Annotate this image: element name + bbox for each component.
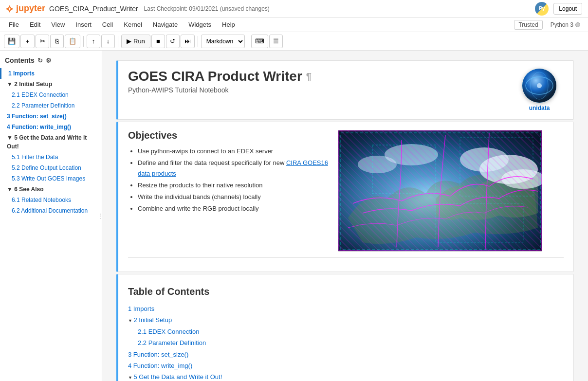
menu-help[interactable]: Help: [217, 19, 240, 30]
cell-type-select[interactable]: Markdown Code Raw: [201, 35, 245, 48]
run-button[interactable]: ▶ Run: [121, 35, 150, 48]
svg-point-5: [479, 155, 538, 184]
svg-point-7: [501, 169, 542, 189]
toc-link-2[interactable]: 2 Initial Setup: [133, 316, 172, 324]
sidebar-item-related-notebooks[interactable]: 6.1 Related Notebooks: [0, 195, 102, 205]
toolbar: 💾 ＋ ✂ ⎘ 📋 ↑ ↓ ▶ Run ■ ↺ ⏭ Markdown Code …: [0, 32, 588, 51]
topbar-left: ⟡ jupyter GOES_CIRA_Product_Writer Last …: [6, 2, 270, 15]
menu-kernel[interactable]: Kernel: [119, 19, 147, 30]
toc-item-5: 5 Get the Data and Write it Out!: [128, 371, 564, 381]
notebook-title[interactable]: GOES_CIRA_Product_Writer: [49, 5, 138, 13]
paste-cell-button[interactable]: 📋: [65, 35, 80, 48]
sidebar-item-edex-connection[interactable]: 2.1 EDEX Connection: [0, 90, 102, 100]
objective-1: Use python-awips to connect to an EDEX s…: [138, 146, 328, 157]
header-content: GOES CIRA Product Writer ¶ Python-AWIPS …: [128, 69, 312, 102]
svg-point-8: [385, 144, 438, 165]
satellite-svg: [338, 130, 542, 252]
sidebar-title-text: Contents: [5, 56, 35, 64]
menubar-right: Trusted Python 3: [514, 20, 584, 30]
sidebar-item-write-img[interactable]: 4 Function: write_img(): [0, 122, 102, 132]
kernel-info: Python 3: [547, 20, 584, 29]
objective-3: Resize the products to their native reso…: [138, 180, 328, 191]
menu-widgets[interactable]: Widgets: [184, 19, 216, 30]
add-cell-button[interactable]: ＋: [20, 35, 35, 48]
save-button[interactable]: 💾: [4, 35, 19, 48]
toc-link-2-1[interactable]: 2.1 EDEX Connection: [138, 328, 199, 335]
toc-toggle-2[interactable]: [128, 316, 133, 324]
objectives-list: Use python-awips to connect to an EDEX s…: [128, 146, 328, 215]
unidata-logo-svg: [522, 69, 556, 103]
trusted-badge: Trusted: [514, 20, 542, 30]
svg-point-9: [358, 156, 397, 173]
toc-link-1[interactable]: 1 Imports: [128, 305, 154, 312]
objective-5: Combine and write the RGB product locall…: [138, 203, 328, 214]
header-row: GOES CIRA Product Writer ¶ Python-AWIPS …: [128, 69, 564, 111]
jupyter-logo: ⟡ jupyter: [6, 2, 45, 15]
menubar: File Edit View Insert Cell Kernel Naviga…: [0, 18, 588, 32]
main-area: Contents ↻ ⚙ 1 Imports ▼ 2 Initial Setup…: [0, 51, 588, 381]
cut-cell-button[interactable]: ✂: [36, 35, 49, 48]
sidebar-item-initial-setup[interactable]: ▼ 2 Initial Setup: [0, 79, 102, 90]
sidebar-refresh-icon[interactable]: ↻: [37, 57, 43, 64]
sidebar-item-parameter-definition[interactable]: 2.2 Parameter Definition: [0, 100, 102, 111]
svg-point-3: [537, 83, 542, 88]
move-down-button[interactable]: ↓: [101, 35, 115, 48]
toc-item-1: 1 Imports: [128, 303, 564, 314]
cira-link[interactable]: CIRA GOES16data products: [138, 159, 328, 177]
menu-insert[interactable]: Insert: [71, 19, 96, 30]
toc-item-2: 2 Initial Setup: [128, 314, 564, 326]
notebook-area: GOES CIRA Product Writer ¶ Python-AWIPS …: [102, 51, 588, 381]
menu-view[interactable]: View: [46, 19, 70, 30]
menu-navigate[interactable]: Navigate: [148, 19, 183, 30]
sidebar-item-set-size[interactable]: 3 Function: set_size(): [0, 111, 102, 122]
notebook-toc: Table of Contents 1 Imports 2 Initial Se…: [128, 286, 564, 381]
toc-title: Table of Contents: [128, 286, 564, 297]
sidebar-drag-handle[interactable]: [99, 51, 102, 381]
copy-cell-button[interactable]: ⎘: [50, 35, 64, 48]
sidebar-item-output-location[interactable]: 5.2 Define Output Location: [0, 163, 102, 173]
toc-toggle-5[interactable]: [128, 373, 133, 381]
toc-link-3[interactable]: 3 Function: set_size(): [128, 351, 188, 358]
sidebar-item-get-data[interactable]: ▼ 5 Get the Data and Write it Out!: [0, 132, 102, 152]
objectives-title: Objectives: [128, 130, 328, 141]
unidata-logo-circle: [522, 69, 556, 103]
objectives-divider: [128, 257, 564, 258]
python-logo-icon: Py: [535, 2, 549, 16]
toc-link-4[interactable]: 4 Function: write_img(): [128, 362, 192, 369]
sidebar-title: Contents ↻ ⚙: [0, 54, 102, 68]
svg-point-6: [460, 147, 509, 172]
jupyter-logo-icon: ⟡: [6, 2, 13, 15]
menu-cell[interactable]: Cell: [97, 19, 118, 30]
restart-button[interactable]: ↺: [166, 35, 180, 48]
svg-rect-12: [460, 138, 533, 196]
toc-item-3: 3 Function: set_size(): [128, 349, 564, 360]
topbar: ⟡ jupyter GOES_CIRA_Product_Writer Last …: [0, 0, 588, 18]
sidebar-settings-icon[interactable]: ⚙: [46, 57, 52, 64]
restart-run-button[interactable]: ⏭: [181, 35, 195, 48]
svg-rect-4: [338, 130, 542, 252]
toolbar-separator-4: [248, 36, 248, 47]
menu-file[interactable]: File: [4, 19, 24, 30]
logout-button[interactable]: Logout: [553, 3, 582, 15]
interrupt-button[interactable]: ■: [151, 35, 165, 48]
toc-list: 1 Imports 2 Initial Setup 2.1 EDEX Conne…: [128, 303, 564, 381]
kernel-name: Python 3: [551, 21, 573, 28]
svg-rect-10: [341, 133, 540, 250]
sidebar-item-imports[interactable]: 1 Imports: [0, 68, 102, 79]
sidebar-item-additional-docs[interactable]: 6.2 Additional Documentation: [0, 205, 102, 216]
toggle-header-button[interactable]: ☰: [269, 35, 283, 48]
toc-link-5[interactable]: 5 Get the Data and Write it Out!: [133, 373, 222, 381]
sidebar-item-see-also[interactable]: ▼ 6 See Also: [0, 184, 102, 195]
move-up-button[interactable]: ↑: [87, 35, 100, 48]
sidebar-item-filter-data[interactable]: 5.1 Filter the Data: [0, 152, 102, 163]
menu-edit[interactable]: Edit: [25, 19, 45, 30]
toc-link-2-2[interactable]: 2.2 Parameter Definition: [138, 339, 206, 346]
checkpoint-info: Last Checkpoint: 09/01/2021 (unsaved cha…: [144, 5, 270, 12]
toolbar-separator-3: [198, 36, 198, 47]
sidebar: Contents ↻ ⚙ 1 Imports ▼ 2 Initial Setup…: [0, 51, 102, 381]
unidata-logo-text: unidata: [515, 105, 564, 111]
sidebar-item-write-goes[interactable]: 5.3 Write Out GOES Images: [0, 173, 102, 184]
keyboard-shortcuts-button[interactable]: ⌨: [251, 35, 268, 48]
title-cell: GOES CIRA Product Writer ¶ Python-AWIPS …: [116, 60, 574, 120]
svg-rect-11: [372, 145, 436, 194]
